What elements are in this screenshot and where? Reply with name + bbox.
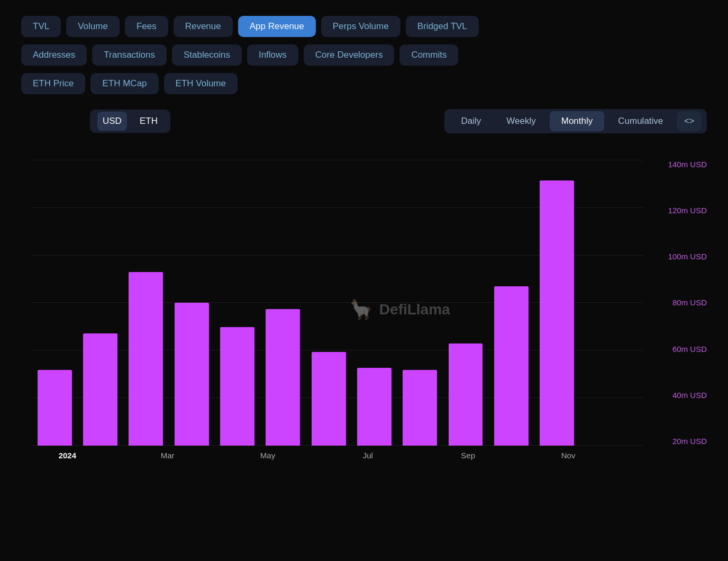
tab-eth-volume[interactable]: ETH Volume — [164, 73, 238, 94]
y-axis-label: 80m USD — [649, 298, 707, 307]
tab-perps-volume[interactable]: Perps Volume — [321, 16, 401, 37]
currency-usd[interactable]: USD — [97, 112, 127, 131]
x-axis-label — [493, 451, 543, 460]
currency-eth[interactable]: ETH — [134, 112, 163, 131]
x-axis-label: Mar — [142, 451, 193, 460]
bar[interactable] — [175, 303, 209, 446]
tab-eth-mcap[interactable]: ETH MCap — [90, 73, 158, 94]
tab-volume[interactable]: Volume — [66, 16, 120, 37]
tab-eth-price[interactable]: ETH Price — [21, 73, 85, 94]
x-axis-label — [93, 451, 143, 460]
bar-group — [123, 160, 169, 446]
bar[interactable] — [38, 370, 72, 446]
y-axis-label: 100m USD — [649, 252, 707, 261]
bar-group — [32, 160, 77, 446]
x-axis-label: Jul — [343, 451, 393, 460]
tab-transactions[interactable]: Transactions — [92, 44, 167, 66]
period-weekly[interactable]: Weekly — [495, 111, 547, 131]
period-cumulative[interactable]: Cumulative — [606, 111, 675, 131]
x-axis-label — [293, 451, 343, 460]
period-daily[interactable]: Daily — [450, 111, 493, 131]
bar[interactable] — [494, 286, 529, 446]
bar[interactable] — [312, 352, 346, 446]
tab-app-revenue[interactable]: App Revenue — [238, 16, 316, 37]
bar-group — [534, 160, 580, 446]
tab-commits[interactable]: Commits — [399, 44, 458, 66]
tab-inflows[interactable]: Inflows — [247, 44, 298, 66]
tab-stablecoins[interactable]: Stablecoins — [172, 44, 242, 66]
tab-tvl[interactable]: TVL — [21, 16, 61, 37]
bar[interactable] — [403, 370, 437, 446]
x-axis-label: 2024 — [42, 451, 93, 460]
x-axis-label: Sep — [443, 451, 493, 460]
y-axis-label: 20m USD — [649, 437, 707, 446]
bar[interactable] — [83, 333, 117, 446]
bar-group — [351, 160, 397, 446]
bar-group — [214, 160, 260, 446]
tabs-row-2: AddressesTransactionsStablecoinsInflowsC… — [21, 44, 707, 66]
chart-area: 140m USD120m USD100m USD80m USD60m USD40… — [21, 149, 707, 486]
x-labels-row: 2024MarMayJulSepNov — [32, 451, 643, 460]
tabs-row-3: ETH PriceETH MCapETH Volume — [21, 73, 707, 94]
tab-core-developers[interactable]: Core Developers — [304, 44, 395, 66]
bar[interactable] — [266, 309, 300, 446]
period-group: DailyWeeklyMonthlyCumulative<> — [444, 109, 707, 133]
tabs-row-1: TVLVolumeFeesRevenueApp RevenuePerps Vol… — [21, 16, 707, 37]
bar-group — [260, 160, 306, 446]
bar-group — [306, 160, 351, 446]
bar-group — [397, 160, 443, 446]
currency-group: USDETH — [90, 110, 170, 133]
y-axis-label: 140m USD — [649, 160, 707, 169]
x-axis-label — [193, 451, 243, 460]
bar[interactable] — [449, 343, 483, 446]
tab-fees[interactable]: Fees — [125, 16, 168, 37]
y-axis-label: 120m USD — [649, 206, 707, 215]
bars-wrapper — [32, 160, 580, 446]
bar-group — [77, 160, 123, 446]
controls-row: USDETH DailyWeeklyMonthlyCumulative<> — [21, 109, 707, 133]
bar-group — [488, 160, 534, 446]
bar-group — [169, 160, 214, 446]
tab-revenue[interactable]: Revenue — [174, 16, 233, 37]
y-axis-label: 60m USD — [649, 345, 707, 354]
y-axis-label: 40m USD — [649, 391, 707, 400]
x-axis-label: Nov — [543, 451, 594, 460]
y-axis-labels: 140m USD120m USD100m USD80m USD60m USD40… — [649, 160, 707, 446]
bar[interactable] — [129, 272, 163, 446]
x-axis-label — [593, 451, 643, 460]
bar-group — [443, 160, 488, 446]
tab-addresses[interactable]: Addresses — [21, 44, 87, 66]
bar[interactable] — [357, 368, 392, 446]
chart-container: 140m USD120m USD100m USD80m USD60m USD40… — [32, 160, 707, 446]
bar[interactable] — [220, 327, 254, 446]
embed-button[interactable]: <> — [677, 111, 702, 131]
period-monthly[interactable]: Monthly — [550, 111, 605, 131]
tab-bridged-tvl[interactable]: Bridged TVL — [406, 16, 479, 37]
bar[interactable] — [540, 180, 574, 446]
x-axis-label — [393, 451, 443, 460]
x-axis-label: May — [243, 451, 293, 460]
